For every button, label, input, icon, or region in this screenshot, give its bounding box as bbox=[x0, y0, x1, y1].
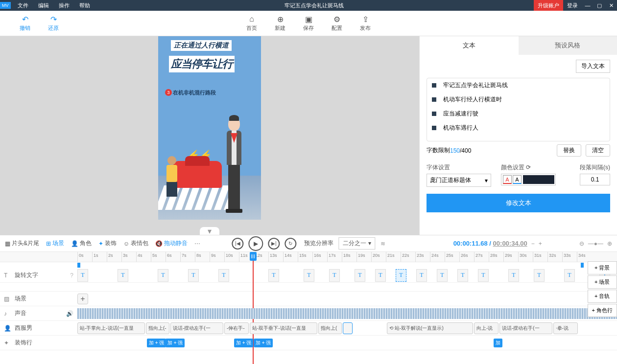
text-clip[interactable]: T bbox=[478, 269, 489, 282]
color-picker[interactable]: AA bbox=[501, 174, 556, 185]
character-clip[interactable]: 指向上(- bbox=[146, 322, 169, 334]
playhead[interactable] bbox=[250, 252, 257, 261]
text-clip[interactable]: T bbox=[268, 269, 279, 282]
new-button[interactable]: ⊕新建 bbox=[275, 15, 285, 32]
canvas-preview[interactable]: 正在通过人行横道 应当停车让行 3 在机非机混行路段 ⚡⚡ ⟳ ⊖ 16:9 9… bbox=[158, 36, 261, 220]
zoom-in-icon[interactable]: ⊕ bbox=[607, 240, 612, 247]
menu-edit[interactable]: 编辑 bbox=[33, 2, 54, 9]
text-clip[interactable]: T bbox=[355, 269, 365, 282]
character-clip[interactable]: 站-手掌向上-说话(一直显 bbox=[77, 322, 145, 334]
zoom-out-time[interactable]: − bbox=[531, 240, 535, 247]
menu-file[interactable]: 文件 bbox=[13, 2, 33, 9]
tab-text[interactable]: 文本 bbox=[420, 36, 519, 55]
play-button[interactable]: ▶ bbox=[248, 236, 263, 251]
zoom-out-icon[interactable]: ⊖ bbox=[579, 240, 584, 247]
character-track[interactable]: 站-手掌向上-说话(一直显指向上(-说话-摆动左手(一-伸右手-站-双手垂下-说… bbox=[77, 321, 617, 335]
menu-action[interactable]: 操作 bbox=[54, 2, 74, 9]
tool-mute[interactable]: 🔇拖动静音 bbox=[155, 239, 188, 248]
text-clip[interactable]: T bbox=[77, 269, 88, 282]
text-clip[interactable]: T bbox=[218, 269, 229, 282]
zoom-slider[interactable]: —●— bbox=[588, 240, 603, 247]
import-text-button[interactable]: 导入文本 bbox=[576, 60, 610, 73]
text-item[interactable]: 机动车行经人行横道时 bbox=[427, 92, 610, 107]
text-clip[interactable]: T bbox=[508, 269, 519, 282]
character-clip[interactable]: ⟲ 站-双手解说(一直显示) bbox=[387, 322, 473, 334]
publish-button[interactable]: ⇪发布 bbox=[360, 15, 371, 32]
text-clip[interactable]: T bbox=[158, 269, 168, 282]
decoration-track[interactable]: 加 + 强加 + 强加 + 强加 + 强加 bbox=[77, 336, 617, 350]
add-character-row-button[interactable]: + 角色行 bbox=[588, 304, 617, 317]
tool-scene[interactable]: ⊞场景 bbox=[46, 239, 64, 248]
character-clip[interactable]: 站-双手垂下-说话(一直显 bbox=[250, 322, 317, 334]
character-clip[interactable]: 指向上( bbox=[318, 322, 342, 334]
range-end-handle[interactable] bbox=[581, 263, 584, 268]
spacing-input[interactable] bbox=[580, 174, 610, 185]
text-clip[interactable]: T bbox=[118, 269, 128, 282]
text-clip[interactable]: T bbox=[396, 269, 406, 282]
text-item[interactable]: 机动车遇行人 bbox=[427, 121, 610, 135]
canvas-text-1[interactable]: 正在通过人行横道 bbox=[171, 40, 232, 51]
zoom-in-time[interactable]: + bbox=[539, 240, 542, 247]
home-button[interactable]: ⌂首页 bbox=[246, 15, 257, 32]
expand-handle[interactable]: ▾ bbox=[200, 227, 219, 235]
menu-help[interactable]: 帮助 bbox=[74, 2, 95, 9]
timeline-ruler[interactable]: 0s1s2s3s4s5s6s7s8s9s10s11s12s13s14s15s16… bbox=[0, 251, 617, 262]
tab-preset[interactable]: 预设风格 bbox=[519, 36, 617, 55]
text-clip[interactable]: T bbox=[564, 269, 575, 282]
text-clip[interactable]: T bbox=[534, 269, 545, 282]
decoration-clip[interactable]: 加 + 强 bbox=[234, 339, 253, 347]
save-button[interactable]: ▣保存 bbox=[303, 15, 314, 32]
canvas-area[interactable]: 正在通过人行横道 应当停车让行 3 在机非机混行路段 ⚡⚡ ⟳ ⊖ 16:9 9… bbox=[0, 36, 419, 235]
tool-decoration[interactable]: ✦装饰 bbox=[98, 239, 117, 248]
tool-emoji[interactable]: ☺表情包 bbox=[123, 239, 148, 248]
prev-button[interactable]: |◀ bbox=[232, 238, 243, 250]
replace-button[interactable]: 替换 bbox=[557, 144, 581, 157]
text-clip[interactable]: T bbox=[416, 269, 427, 282]
maximize-button[interactable]: ▢ bbox=[593, 2, 605, 9]
text-clip[interactable]: T bbox=[375, 269, 386, 282]
add-scene-side-button[interactable]: + 场景 bbox=[588, 275, 617, 289]
login-button[interactable]: 登录 bbox=[563, 2, 582, 9]
character-clip[interactable] bbox=[343, 322, 353, 334]
text-clip[interactable]: T bbox=[304, 269, 314, 282]
text-clip[interactable]: T bbox=[437, 269, 448, 282]
decoration-clip[interactable]: 加 bbox=[494, 339, 502, 347]
loop-button[interactable]: ↻ bbox=[285, 238, 296, 250]
character-clip[interactable]: 向上-说 bbox=[474, 322, 498, 334]
tool-character[interactable]: 👤角色 bbox=[71, 239, 92, 248]
config-button[interactable]: ⚙配置 bbox=[332, 15, 342, 32]
more-icon[interactable]: ⋯ bbox=[194, 240, 200, 247]
text-item[interactable]: 应当减速行驶 bbox=[427, 107, 610, 121]
character-clip[interactable]: -伸右手- bbox=[224, 322, 249, 334]
waveform[interactable] bbox=[77, 308, 617, 319]
clear-button[interactable]: 清空 bbox=[586, 144, 610, 157]
text-clip[interactable]: T bbox=[457, 269, 468, 282]
add-audio-button[interactable]: + 音轨 bbox=[588, 290, 617, 303]
modify-text-button[interactable]: 修改文本 bbox=[427, 194, 610, 212]
help-icon[interactable]: ? bbox=[70, 272, 73, 279]
text-track[interactable]: TTTTTTTTTTTTTTTTTTT bbox=[77, 268, 617, 282]
character-clip[interactable]: 说话-摆动右手(一 bbox=[499, 322, 552, 334]
sound-track[interactable] bbox=[77, 306, 617, 320]
character-clip[interactable]: 说话-摆动左手(一 bbox=[170, 322, 223, 334]
next-button[interactable]: ▶| bbox=[268, 238, 280, 250]
character-clip[interactable]: ·拳-说 bbox=[553, 322, 578, 334]
text-clip[interactable]: T bbox=[188, 269, 199, 282]
font-select[interactable]: 庞门正道标题体▾ bbox=[427, 174, 491, 187]
add-background-button[interactable]: + 背景 bbox=[588, 261, 617, 274]
close-button[interactable]: ✕ bbox=[605, 2, 617, 9]
canvas-text-2[interactable]: 应当停车让行 bbox=[169, 56, 235, 72]
decoration-clip[interactable]: 加 + 强 bbox=[166, 339, 185, 347]
tool-headtail[interactable]: ▦片头&片尾 bbox=[5, 239, 39, 248]
decoration-clip[interactable]: 加 + 强 bbox=[147, 339, 166, 347]
add-scene-button[interactable]: + bbox=[77, 294, 88, 304]
minimize-button[interactable]: — bbox=[582, 2, 593, 8]
text-item[interactable]: 牢记五点学会礼让斑马线 bbox=[427, 78, 610, 92]
upgrade-button[interactable]: 升级账户 bbox=[534, 0, 563, 11]
layers-icon[interactable]: ≋ bbox=[380, 240, 385, 247]
text-list[interactable]: 牢记五点学会礼让斑马线 机动车行经人行横道时 应当减速行驶 机动车遇行人 bbox=[427, 78, 610, 141]
preview-select[interactable]: 二分之一 ▾ bbox=[338, 237, 375, 250]
decoration-clip[interactable]: 加 + 强 bbox=[254, 339, 273, 347]
range-start-handle[interactable] bbox=[77, 263, 80, 268]
scene-track[interactable]: + bbox=[77, 292, 617, 306]
